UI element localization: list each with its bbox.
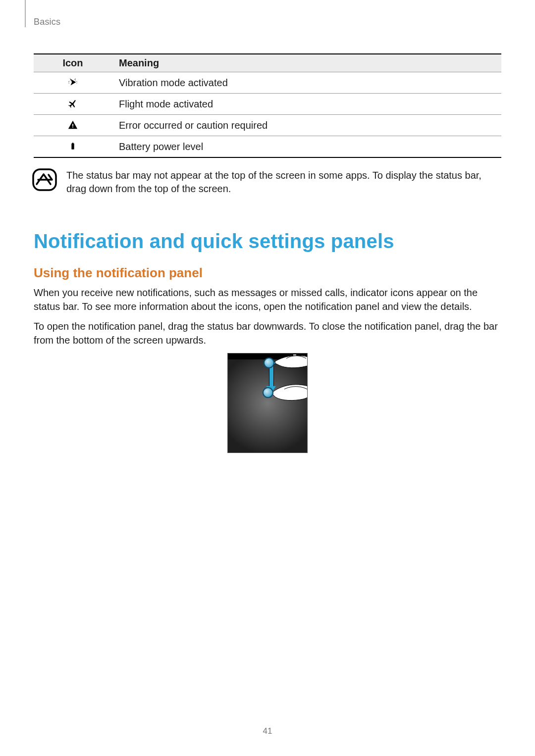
note-block: The status bar may not appear at the top… [34, 168, 501, 196]
header-rule [25, 0, 26, 27]
table-row: Error occurred or caution required [34, 115, 501, 136]
table-cell-meaning: Flight mode activated [112, 94, 501, 115]
table-header-meaning: Meaning [112, 54, 501, 72]
svg-rect-0 [71, 144, 74, 150]
touch-point-icon [264, 357, 274, 368]
note-icon [32, 168, 57, 192]
section-heading: Notification and quick settings panels [34, 230, 501, 252]
table-header-icon: Icon [34, 54, 112, 72]
body-paragraph: To open the notification panel, drag the… [34, 319, 501, 347]
table-row: Flight mode activated [34, 94, 501, 115]
warning-icon [66, 118, 80, 132]
table-row: Vibration mode activated [34, 72, 501, 94]
note-text: The status bar may not appear at the top… [66, 168, 501, 196]
table-cell-meaning: Battery power level [112, 136, 501, 158]
body-paragraph: When you receive new notifications, such… [34, 286, 501, 313]
header-section-label: Basics [34, 17, 60, 27]
svg-rect-1 [72, 143, 74, 144]
airplane-icon [66, 97, 80, 110]
drag-down-illustration: 10:00 [227, 353, 308, 453]
vibration-icon [66, 75, 80, 89]
table-cell-meaning: Vibration mode activated [112, 72, 501, 94]
touch-point-icon [263, 387, 273, 398]
table-row: Battery power level [34, 136, 501, 158]
table-cell-meaning: Error occurred or caution required [112, 115, 501, 136]
battery-icon [66, 139, 80, 153]
subsection-heading: Using the notification panel [34, 265, 501, 281]
page-number: 41 [0, 726, 535, 736]
icon-meaning-table: Icon Meaning Vibration mode activate [34, 53, 501, 158]
